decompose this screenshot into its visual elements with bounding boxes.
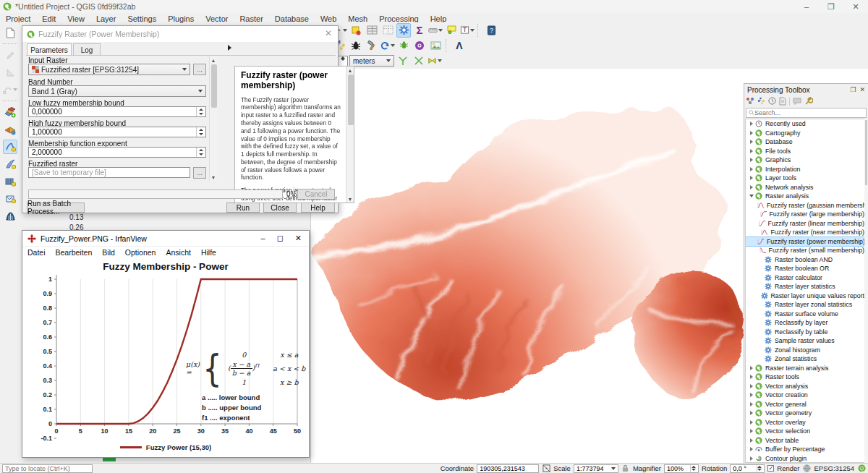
- chevron-right-icon[interactable]: [750, 185, 753, 189]
- toolbox-tree-item[interactable]: Raster layer unique values report: [746, 291, 864, 301]
- form-scrollbar[interactable]: ▲▼: [209, 56, 217, 181]
- irfanview-menu-optionen[interactable]: Optionen: [120, 248, 161, 257]
- toolbox-tree-item[interactable]: File tools: [746, 147, 864, 156]
- irfanview-menu-hilfe[interactable]: Hilfe: [196, 248, 221, 257]
- chevron-right-icon[interactable]: [750, 393, 753, 397]
- toolbox-tree-item[interactable]: Database: [746, 137, 864, 147]
- locate-input[interactable]: [5, 465, 90, 472]
- chevron-right-icon[interactable]: [750, 384, 753, 388]
- chevron-right-icon[interactable]: [750, 411, 753, 415]
- open-attribute-table-icon[interactable]: [365, 23, 379, 38]
- toolbox-tree-item[interactable]: Fuzzify raster (linear membership): [746, 219, 864, 229]
- toolbox-tree-item[interactable]: Zonal statistics: [746, 354, 864, 364]
- chevron-right-icon[interactable]: [750, 140, 753, 144]
- toolbox-tree-item[interactable]: Raster terrain analysis: [746, 364, 864, 373]
- chevron-right-icon[interactable]: [750, 438, 753, 443]
- toolbox-tree-item[interactable]: Vector analysis: [746, 382, 864, 391]
- menu-vector[interactable]: Vector: [200, 14, 234, 24]
- lock-icon[interactable]: [621, 464, 630, 473]
- results-viewer-icon[interactable]: [779, 97, 786, 107]
- extents-icon[interactable]: [542, 464, 550, 473]
- toolbox-tree-item[interactable]: Cartography: [746, 129, 864, 138]
- output-file-field[interactable]: [28, 167, 190, 178]
- run-as-batch-button[interactable]: Run as Batch Process...: [27, 203, 85, 213]
- menu-database[interactable]: Database: [269, 14, 315, 24]
- tab-parameters[interactable]: Parameters: [27, 43, 72, 56]
- close-button[interactable]: Close: [263, 203, 297, 213]
- chevron-down-icon[interactable]: [749, 195, 754, 197]
- python-scripts-icon[interactable]: [757, 97, 765, 106]
- help-button[interactable]: Help: [301, 203, 335, 213]
- toolbox-tree-item[interactable]: Contour plugin: [746, 454, 864, 464]
- splitter-arrow-icon[interactable]: [228, 45, 231, 51]
- toolbox-tree-item[interactable]: Network analysis: [746, 183, 864, 192]
- vertex-tool-x-icon[interactable]: [412, 54, 426, 68]
- lambda-icon[interactable]: Λ: [452, 38, 467, 53]
- osgeo-disc-icon[interactable]: [412, 38, 427, 53]
- chevron-right-icon[interactable]: [750, 158, 753, 162]
- add-raster-layer-icon[interactable]: [3, 122, 17, 137]
- toolbox-tree-item[interactable]: Raster analysis: [746, 192, 864, 201]
- render-checkbox[interactable]: ✓: [767, 465, 774, 472]
- menu-settings[interactable]: Settings: [122, 14, 162, 24]
- irfanview-titlebar[interactable]: Fuzzify_Power.PNG - IrfanView – ◻ ✕: [22, 231, 309, 247]
- toolbox-tree-item[interactable]: Raster layer zonal statistics: [746, 300, 864, 310]
- chevron-right-icon[interactable]: [750, 131, 753, 135]
- toolbox-tree-item[interactable]: Raster surface volume: [746, 310, 864, 319]
- chevron-right-icon[interactable]: [750, 447, 753, 451]
- output-browse-button[interactable]: ...: [193, 167, 206, 179]
- toolbox-tree-item[interactable]: Reclassify by table: [746, 328, 864, 337]
- irfanview-menu-bild[interactable]: Bild: [97, 248, 120, 257]
- units-combobox[interactable]: meters: [349, 55, 394, 67]
- menu-view[interactable]: View: [61, 14, 90, 24]
- irfanview-menu-bearbeiten[interactable]: Bearbeiten: [51, 248, 98, 257]
- tab-log[interactable]: Log: [73, 43, 101, 56]
- toolbox-tree-item[interactable]: Recently used: [746, 119, 864, 129]
- low-bound-stepper[interactable]: [28, 106, 206, 117]
- menu-layer[interactable]: Layer: [90, 14, 122, 24]
- globe-crs-icon[interactable]: [803, 464, 812, 473]
- map-tips-icon[interactable]: [444, 23, 459, 38]
- toolbox-tree-item[interactable]: Raster layer statistics: [746, 282, 864, 291]
- ruler-square-icon[interactable]: [3, 65, 17, 80]
- new-layout-icon[interactable]: [3, 25, 17, 40]
- chevron-right-icon[interactable]: [750, 429, 753, 433]
- scale-combobox[interactable]: [574, 464, 618, 473]
- chevron-right-icon[interactable]: [750, 167, 753, 171]
- toolbox-search-input[interactable]: [754, 109, 864, 116]
- add-vector-layer-icon[interactable]: [3, 105, 17, 119]
- toolbox-tree-item[interactable]: Fuzzify raster (gaussian membership): [746, 201, 864, 210]
- toolbox-tree-item[interactable]: Raster tools: [746, 372, 864, 382]
- toolbox-tree-item[interactable]: Sample raster values: [746, 336, 864, 346]
- high-bound-stepper[interactable]: [28, 127, 206, 137]
- toolbox-tree-item[interactable]: Buffer by Percentage: [746, 445, 864, 454]
- menu-raster[interactable]: Raster: [234, 14, 268, 24]
- dotted-table-icon[interactable]: [380, 23, 395, 38]
- toolbox-tree-item[interactable]: Fuzzify raster (power membership): [746, 237, 864, 247]
- chevron-right-icon[interactable]: [750, 375, 753, 379]
- menu-edit[interactable]: Edit: [36, 14, 61, 24]
- toolbox-tree-item[interactable]: Vector selection: [746, 427, 864, 436]
- chevron-right-icon[interactable]: [750, 456, 753, 461]
- cancel-button[interactable]: Cancel: [297, 189, 335, 200]
- models-icon[interactable]: [746, 97, 754, 106]
- vertex-tool-bowtie-icon[interactable]: [427, 54, 442, 68]
- irfanview-menu-ansicht[interactable]: Ansicht: [161, 248, 195, 257]
- restore-button[interactable]: ❐: [819, 0, 843, 13]
- toolbox-tree-item[interactable]: Interpolation: [746, 165, 864, 174]
- toolbox-tree-item[interactable]: Zonal histogram: [746, 346, 864, 355]
- input-raster-combobox[interactable]: Fuzzified raster [EPSG:31254]: [28, 64, 190, 75]
- maximize-button[interactable]: ◻: [277, 234, 284, 243]
- magnifier-field[interactable]: [664, 464, 699, 473]
- toolbox-tree-item[interactable]: Vector table: [746, 436, 864, 446]
- toolbox-tree-item[interactable]: Layer tools: [746, 174, 864, 183]
- toolbox-tree-item[interactable]: Vector overlay: [746, 418, 864, 427]
- toolbox-search[interactable]: [746, 108, 867, 118]
- text-annotation-icon[interactable]: T: [460, 23, 475, 38]
- edit-pencil-icon[interactable]: [3, 48, 17, 62]
- undo-arrow-icon[interactable]: [380, 38, 395, 53]
- debug-bug-icon[interactable]: [349, 38, 363, 53]
- menu-plugins[interactable]: Plugins: [162, 14, 200, 24]
- float-panel-icon[interactable]: ❐: [850, 86, 856, 93]
- image-export-icon[interactable]: [428, 38, 443, 53]
